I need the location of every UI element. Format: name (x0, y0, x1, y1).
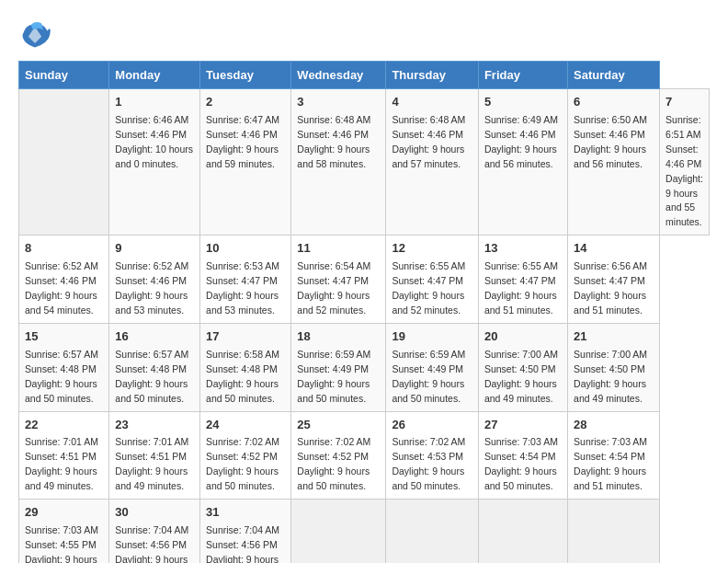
day-number: 26 (392, 417, 472, 434)
day-info: Sunrise: 6:54 AMSunset: 4:47 PMDaylight:… (297, 260, 370, 316)
calendar-day-cell: 4 Sunrise: 6:48 AMSunset: 4:46 PMDayligh… (386, 89, 479, 236)
day-number: 5 (484, 94, 562, 111)
day-number: 14 (574, 240, 654, 258)
day-number: 2 (206, 94, 285, 111)
day-number: 15 (25, 328, 103, 346)
logo-icon (18, 18, 51, 52)
calendar-day-cell: 28 Sunrise: 7:03 AMSunset: 4:54 PMDaylig… (568, 411, 660, 500)
day-info: Sunrise: 7:00 AMSunset: 4:50 PMDaylight:… (574, 349, 647, 404)
calendar: SundayMondayTuesdayWednesdayThursdayFrid… (18, 61, 710, 563)
weekday-row: SundayMondayTuesdayWednesdayThursdayFrid… (19, 62, 710, 89)
calendar-week-row: 1 Sunrise: 6:46 AMSunset: 4:46 PMDayligh… (19, 89, 710, 236)
day-info: Sunrise: 7:01 AMSunset: 4:51 PMDaylight:… (25, 436, 98, 491)
day-number: 12 (392, 240, 472, 258)
calendar-day-cell: 22 Sunrise: 7:01 AMSunset: 4:51 PMDaylig… (19, 411, 109, 500)
day-info: Sunrise: 6:47 AMSunset: 4:46 PMDaylight:… (206, 114, 279, 169)
calendar-day-cell: 13 Sunrise: 6:55 AMSunset: 4:47 PMDaylig… (478, 236, 567, 324)
day-number: 11 (297, 240, 380, 258)
day-info: Sunrise: 6:50 AMSunset: 4:46 PMDaylight:… (574, 114, 647, 169)
weekday-header: Sunday (19, 62, 109, 89)
calendar-day-cell: 8 Sunrise: 6:52 AMSunset: 4:46 PMDayligh… (19, 236, 109, 324)
calendar-day-cell: 7 Sunrise: 6:51 AMSunset: 4:46 PMDayligh… (660, 89, 710, 236)
day-info: Sunrise: 7:03 AMSunset: 4:54 PMDaylight:… (484, 436, 558, 491)
calendar-day-cell: 17 Sunrise: 6:58 AMSunset: 4:48 PMDaylig… (200, 323, 291, 411)
day-number: 8 (25, 240, 103, 258)
weekday-header: Thursday (386, 62, 479, 89)
day-number: 29 (25, 504, 103, 522)
day-number: 16 (115, 328, 194, 346)
calendar-body: 1 Sunrise: 6:46 AMSunset: 4:46 PMDayligh… (19, 89, 710, 564)
day-number: 9 (115, 240, 194, 258)
day-info: Sunrise: 7:01 AMSunset: 4:51 PMDaylight:… (115, 436, 188, 491)
day-info: Sunrise: 6:58 AMSunset: 4:48 PMDaylight:… (206, 349, 279, 404)
day-info: Sunrise: 7:04 AMSunset: 4:56 PMDaylight:… (115, 524, 188, 563)
calendar-day-cell (568, 500, 660, 563)
day-number: 13 (484, 240, 562, 258)
day-info: Sunrise: 6:48 AMSunset: 4:46 PMDaylight:… (297, 114, 370, 169)
day-info: Sunrise: 6:55 AMSunset: 4:47 PMDaylight:… (484, 260, 558, 316)
calendar-day-cell: 21 Sunrise: 7:00 AMSunset: 4:50 PMDaylig… (568, 323, 660, 411)
day-info: Sunrise: 7:03 AMSunset: 4:54 PMDaylight:… (574, 436, 647, 491)
day-info: Sunrise: 7:02 AMSunset: 4:52 PMDaylight:… (297, 436, 370, 491)
calendar-day-cell: 20 Sunrise: 7:00 AMSunset: 4:50 PMDaylig… (478, 323, 567, 411)
day-info: Sunrise: 7:04 AMSunset: 4:56 PMDaylight:… (206, 524, 279, 563)
day-number: 1 (115, 94, 194, 111)
calendar-day-cell (386, 500, 479, 563)
day-info: Sunrise: 6:57 AMSunset: 4:48 PMDaylight:… (25, 349, 98, 404)
day-number: 7 (665, 94, 703, 111)
calendar-day-cell: 12 Sunrise: 6:55 AMSunset: 4:47 PMDaylig… (386, 236, 479, 324)
day-info: Sunrise: 6:49 AMSunset: 4:46 PMDaylight:… (484, 114, 558, 169)
calendar-day-cell: 25 Sunrise: 7:02 AMSunset: 4:52 PMDaylig… (291, 411, 386, 500)
calendar-day-cell: 18 Sunrise: 6:59 AMSunset: 4:49 PMDaylig… (291, 323, 386, 411)
day-number: 28 (574, 417, 654, 434)
day-info: Sunrise: 6:59 AMSunset: 4:49 PMDaylight:… (392, 349, 465, 404)
day-info: Sunrise: 6:48 AMSunset: 4:46 PMDaylight:… (392, 114, 465, 169)
weekday-header: Tuesday (200, 62, 291, 89)
calendar-week-row: 22 Sunrise: 7:01 AMSunset: 4:51 PMDaylig… (19, 411, 710, 500)
day-number: 4 (392, 94, 472, 111)
calendar-day-cell: 15 Sunrise: 6:57 AMSunset: 4:48 PMDaylig… (19, 323, 109, 411)
day-info: Sunrise: 6:52 AMSunset: 4:46 PMDaylight:… (25, 260, 98, 316)
calendar-day-cell: 5 Sunrise: 6:49 AMSunset: 4:46 PMDayligh… (478, 89, 567, 236)
day-number: 3 (297, 94, 380, 111)
weekday-header: Monday (109, 62, 200, 89)
day-info: Sunrise: 6:53 AMSunset: 4:47 PMDaylight:… (206, 260, 279, 316)
day-info: Sunrise: 6:59 AMSunset: 4:49 PMDaylight:… (297, 349, 370, 404)
calendar-day-cell: 9 Sunrise: 6:52 AMSunset: 4:46 PMDayligh… (109, 236, 200, 324)
calendar-day-cell: 11 Sunrise: 6:54 AMSunset: 4:47 PMDaylig… (291, 236, 386, 324)
calendar-day-cell: 2 Sunrise: 6:47 AMSunset: 4:46 PMDayligh… (200, 89, 291, 236)
day-number: 24 (206, 417, 285, 434)
calendar-day-cell (478, 500, 567, 563)
calendar-day-cell: 19 Sunrise: 6:59 AMSunset: 4:49 PMDaylig… (386, 323, 479, 411)
day-info: Sunrise: 6:51 AMSunset: 4:46 PMDaylight:… (665, 114, 703, 228)
day-number: 22 (25, 417, 103, 434)
logo (18, 18, 55, 52)
day-number: 6 (574, 94, 654, 111)
calendar-day-cell: 16 Sunrise: 6:57 AMSunset: 4:48 PMDaylig… (109, 323, 200, 411)
day-info: Sunrise: 7:02 AMSunset: 4:52 PMDaylight:… (206, 436, 279, 491)
weekday-header: Friday (478, 62, 567, 89)
calendar-day-cell: 3 Sunrise: 6:48 AMSunset: 4:46 PMDayligh… (291, 89, 386, 236)
calendar-day-cell: 1 Sunrise: 6:46 AMSunset: 4:46 PMDayligh… (109, 89, 200, 236)
calendar-day-cell: 6 Sunrise: 6:50 AMSunset: 4:46 PMDayligh… (568, 89, 660, 236)
day-info: Sunrise: 7:00 AMSunset: 4:50 PMDaylight:… (484, 349, 558, 404)
day-number: 10 (206, 240, 285, 258)
day-info: Sunrise: 7:03 AMSunset: 4:55 PMDaylight:… (25, 524, 98, 563)
calendar-day-cell (19, 89, 109, 236)
calendar-day-cell: 29 Sunrise: 7:03 AMSunset: 4:55 PMDaylig… (19, 500, 109, 563)
day-number: 25 (297, 417, 380, 434)
day-number: 30 (115, 504, 194, 522)
calendar-day-cell: 26 Sunrise: 7:02 AMSunset: 4:53 PMDaylig… (386, 411, 479, 500)
calendar-day-cell: 10 Sunrise: 6:53 AMSunset: 4:47 PMDaylig… (200, 236, 291, 324)
day-info: Sunrise: 6:55 AMSunset: 4:47 PMDaylight:… (392, 260, 465, 316)
day-info: Sunrise: 6:46 AMSunset: 4:46 PMDaylight:… (115, 114, 193, 169)
calendar-day-cell: 24 Sunrise: 7:02 AMSunset: 4:52 PMDaylig… (200, 411, 291, 500)
day-number: 18 (297, 328, 380, 346)
calendar-week-row: 29 Sunrise: 7:03 AMSunset: 4:55 PMDaylig… (19, 500, 710, 563)
weekday-header: Wednesday (291, 62, 386, 89)
day-info: Sunrise: 6:52 AMSunset: 4:46 PMDaylight:… (115, 260, 188, 316)
day-number: 20 (484, 328, 562, 346)
calendar-day-cell: 30 Sunrise: 7:04 AMSunset: 4:56 PMDaylig… (109, 500, 200, 563)
calendar-day-cell (291, 500, 386, 563)
calendar-header: SundayMondayTuesdayWednesdayThursdayFrid… (19, 62, 710, 89)
